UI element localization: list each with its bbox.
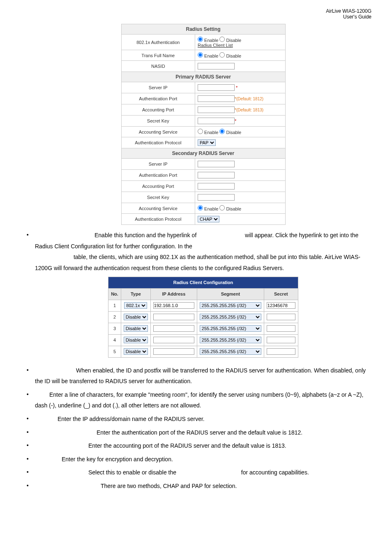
bullet-8021x: Enable this function and the hyperlink o… xyxy=(35,230,371,358)
row-secret-input[interactable] xyxy=(267,314,295,320)
primary-auth-port-input[interactable] xyxy=(198,95,235,102)
row-type-select[interactable]: Disable xyxy=(124,325,148,332)
primary-auth-proto-select[interactable]: PAP xyxy=(198,139,216,146)
primary-acct-port-label: Accounting Port xyxy=(121,104,195,116)
secondary-auth-proto-label: Authentication Protocol xyxy=(121,214,195,225)
trans-disable-radio[interactable] xyxy=(219,52,225,58)
nasid-input[interactable] xyxy=(198,63,235,69)
col-no: No. xyxy=(108,289,121,300)
bullet-serverip: Enter the IP address/domain name of the … xyxy=(35,414,371,425)
secondary-secret-input[interactable] xyxy=(198,194,235,201)
secondary-acct-port-label: Accounting Port xyxy=(121,181,195,192)
bullet-nasid: Enter a line of characters, for example … xyxy=(35,389,371,411)
radius-client-list-link[interactable]: Radius Client List xyxy=(198,43,233,48)
row-ip-input[interactable] xyxy=(153,314,194,320)
row-no: 5 xyxy=(108,346,121,357)
col-secret: Secret xyxy=(264,289,298,300)
bullet-authport: Enter the authentication port of the RAD… xyxy=(35,427,371,438)
row-no: 2 xyxy=(108,312,121,323)
nasid-label: NASID xyxy=(121,61,195,72)
trans-enable-radio[interactable] xyxy=(198,52,203,58)
primary-secret-input[interactable] xyxy=(198,118,235,124)
row-ip-input[interactable] xyxy=(153,337,194,343)
radius-setting-table: Radius Setting 802.1x Authentication Ena… xyxy=(121,24,286,225)
trans-label: Trans Full Name xyxy=(121,50,195,61)
row-secret-input[interactable] xyxy=(267,337,295,343)
secondary-auth-port-input[interactable] xyxy=(198,172,235,178)
primary-secret-label: Secret Key xyxy=(121,116,195,127)
secondary-title: Secondary RADIUS Server xyxy=(121,148,285,159)
row-secret-input[interactable] xyxy=(267,325,295,332)
row-secret-input[interactable] xyxy=(267,348,295,355)
row-seg-select[interactable]: 255.255.255.255 (/32) xyxy=(200,337,261,343)
bullet-trans: When enabled, the ID and postfix will be… xyxy=(35,365,371,387)
row-ip-input[interactable] xyxy=(153,348,194,355)
row-ip-input[interactable] xyxy=(153,302,194,309)
table-row: 4Disable255.255.255.255 (/32) xyxy=(108,334,298,346)
row-type-select[interactable]: Disable xyxy=(124,348,148,355)
table-row: 3Disable255.255.255.255 (/32) xyxy=(108,323,298,334)
auth-label: 802.1x Authentication xyxy=(121,35,195,50)
col-seg: Segment xyxy=(197,289,264,300)
secondary-server-ip-input[interactable] xyxy=(198,161,235,167)
row-seg-select[interactable]: 255.255.255.255 (/32) xyxy=(200,325,261,332)
secondary-acct-port-input[interactable] xyxy=(198,183,235,190)
secondary-server-ip-label: Server IP xyxy=(121,159,195,170)
table-row: 1802.1x255.255.255.255 (/32) xyxy=(108,300,298,312)
page-header: AirLive WIAS-1200G User's Guide xyxy=(0,0,392,24)
col-type: Type xyxy=(121,289,150,300)
table-row: 2Disable255.255.255.255 (/32) xyxy=(108,312,298,323)
row-type-select[interactable]: Disable xyxy=(124,314,148,320)
row-type-select[interactable]: 802.1x xyxy=(124,302,147,309)
bullet-authproto: There are two methods, CHAP and PAP for … xyxy=(35,481,371,492)
row-no: 1 xyxy=(108,300,121,312)
primary-acct-enable-radio[interactable] xyxy=(198,129,203,134)
row-no: 4 xyxy=(108,334,121,346)
row-seg-select[interactable]: 255.255.255.255 (/32) xyxy=(200,302,261,309)
primary-server-ip-input[interactable] xyxy=(198,84,235,91)
secondary-acct-enable-radio[interactable] xyxy=(198,205,203,210)
row-seg-select[interactable]: 255.255.255.255 (/32) xyxy=(200,348,261,355)
auth-enable-radio[interactable] xyxy=(198,37,203,42)
primary-title: Primary RADIUS Server xyxy=(121,72,285,82)
radius-client-table: Radius Client Configuration No. Type IP … xyxy=(108,277,298,357)
primary-acct-service-label: Accounting Service xyxy=(121,127,195,137)
primary-acct-disable-radio[interactable] xyxy=(219,129,225,134)
secondary-acct-disable-radio[interactable] xyxy=(219,205,225,210)
sub: User's Guide xyxy=(343,14,371,20)
bullet-secret: Enter the key for encryption and decrypt… xyxy=(35,454,371,465)
primary-acct-port-input[interactable] xyxy=(198,106,235,113)
table-row: 5Disable255.255.255.255 (/32) xyxy=(108,346,298,357)
bullet-acctport: Enter the accounting port of the RADIUS … xyxy=(35,440,371,451)
primary-auth-proto-label: Authentication Protocol xyxy=(121,137,195,148)
brand: AirLive WIAS-1200G xyxy=(326,8,371,14)
auth-disable-radio[interactable] xyxy=(219,37,225,42)
row-type-select[interactable]: Disable xyxy=(124,337,148,343)
primary-server-ip-label: Server IP xyxy=(121,82,195,93)
secondary-acct-service-label: Accounting Service xyxy=(121,203,195,214)
radius-setting-title: Radius Setting xyxy=(121,24,285,35)
col-ip: IP Address xyxy=(150,289,197,300)
secondary-auth-port-label: Authentication Port xyxy=(121,170,195,181)
row-seg-select[interactable]: 255.255.255.255 (/32) xyxy=(200,314,261,320)
client-cfg-title: Radius Client Configuration xyxy=(108,277,298,289)
primary-auth-port-label: Authentication Port xyxy=(121,93,195,104)
row-ip-input[interactable] xyxy=(153,325,194,332)
secondary-auth-proto-select[interactable]: CHAP xyxy=(198,216,219,222)
secondary-secret-label: Secret Key xyxy=(121,192,195,203)
row-no: 3 xyxy=(108,323,121,334)
row-secret-input[interactable] xyxy=(267,302,295,309)
bullet-acctservice: Select this to enable or disable the for… xyxy=(35,467,371,478)
